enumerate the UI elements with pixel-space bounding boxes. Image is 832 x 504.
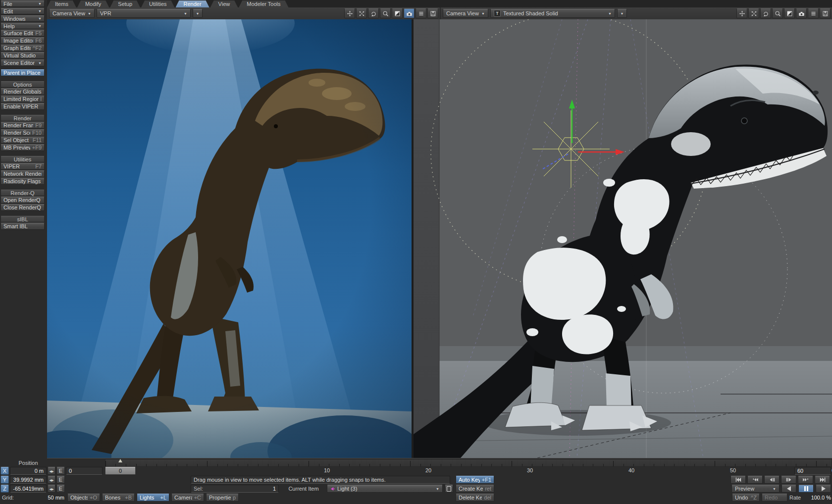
zoom-icon[interactable] (772, 8, 783, 18)
pan-icon[interactable] (736, 8, 747, 18)
dolly-icon[interactable] (356, 8, 367, 18)
item-type-bones-button[interactable]: Bones+B (102, 494, 135, 502)
viewport-left-vpr-render[interactable] (47, 19, 412, 458)
item-type-properties-button[interactable]: Propertiesp (206, 494, 239, 502)
viewport-right-mode-dropdown[interactable]: T Textured Shaded Solid ▼ (490, 9, 615, 18)
tab-modeler-tools[interactable]: Modeler Tools (239, 0, 288, 7)
sidebar-item-open-renderq[interactable]: Open RenderQ (0, 197, 45, 203)
position-y-value[interactable]: 39.9992 mm (10, 476, 47, 484)
sidebar-item-scene-editor[interactable]: Scene Editor▼ (0, 59, 45, 66)
tab-view[interactable]: View (210, 0, 238, 7)
preview-dropdown[interactable]: Preview ▼ (731, 485, 780, 493)
sidebar-item-smart-ibl[interactable]: Smart IBL (0, 223, 45, 230)
axis-z-button[interactable]: Z (0, 485, 9, 493)
undo-button[interactable]: Undo ^Z (732, 494, 760, 502)
sidebar-item-virtual-studio[interactable]: Virtual Studio (0, 52, 45, 59)
save-icon[interactable] (427, 8, 438, 18)
item-type-objects-button[interactable]: Objects+O (67, 494, 100, 502)
dolly-icon[interactable] (748, 8, 759, 18)
save-icon[interactable] (820, 8, 831, 18)
sidebar-item-label: Graph Editor (3, 45, 31, 51)
maximize-icon[interactable] (392, 8, 403, 18)
frame-field[interactable]: 0 (66, 467, 103, 475)
rotate-icon[interactable] (368, 8, 379, 18)
sidebar-item-network-render[interactable]: Network Render (0, 170, 45, 177)
pan-icon[interactable] (344, 8, 355, 18)
tab-modify[interactable]: Modify (77, 0, 109, 7)
stepper-icon[interactable]: ◀▶ (48, 467, 55, 475)
timeline-tick-bar[interactable] (105, 459, 832, 467)
sidebar-item-mb-preview[interactable]: MB Preview+F9 (0, 144, 45, 151)
tab-items[interactable]: Items (47, 0, 76, 7)
rotate-icon[interactable] (760, 8, 771, 18)
sidebar-item-close-renderq[interactable]: Close RenderQ (0, 204, 45, 211)
position-x-value[interactable]: 0 m (10, 467, 47, 475)
timeline-track[interactable]: 0 102030405060 (105, 467, 792, 475)
camera-icon[interactable] (796, 8, 807, 18)
item-type-cameras-button[interactable]: Cameras+C (171, 494, 204, 502)
menu-windows[interactable]: Windows▼ (0, 15, 45, 22)
sidebar-item-limited-region[interactable]: Limited Regionl (0, 96, 45, 102)
zoom-icon[interactable] (380, 8, 391, 18)
viewport-right-view-dropdown[interactable]: Camera View ▼ (443, 9, 488, 18)
play-reverse-button[interactable] (781, 485, 796, 493)
pause-button[interactable] (798, 485, 814, 493)
viewport-left-view-dropdown[interactable]: Camera View ▼ (49, 9, 95, 18)
skip-end-button[interactable] (815, 476, 830, 484)
position-z-value[interactable]: -65.0419mm (10, 485, 47, 493)
list-icon[interactable] (416, 8, 426, 18)
selection-count-field[interactable]: Sel: 1 (191, 485, 279, 493)
sidebar-item-render-frame[interactable]: Render FrameF9 (0, 122, 45, 129)
group-title: Render (13, 115, 31, 121)
play-forward-button[interactable] (816, 485, 831, 493)
menu-file[interactable]: File▼ (0, 0, 45, 7)
viewport-right-extra-dropdown[interactable]: ▼ (617, 9, 627, 18)
sidebar-item-radiosity-flags[interactable]: Radiosity Flags (0, 178, 45, 185)
envelope-x-button[interactable]: E (56, 467, 65, 475)
sidebar-item-enable-viper[interactable]: Enable VIPER (0, 103, 45, 110)
sidebar-item-surface-editor[interactable]: Surface EditorF5 (0, 30, 45, 37)
viewport-left-mode-dropdown[interactable]: VPR ▼ (97, 9, 191, 18)
sidebar-item-render-globals[interactable]: Render Globals (0, 88, 45, 95)
maximize-icon[interactable] (784, 8, 795, 18)
skip-start-button[interactable] (730, 476, 746, 484)
menu-help[interactable]: Help▼ (0, 23, 45, 29)
menu-edit[interactable]: Edit▼ (0, 8, 45, 14)
envelope-z-button[interactable]: E (56, 485, 65, 493)
delete-key-button[interactable]: Delete Keydel (456, 494, 494, 502)
end-frame-field[interactable]: 60 (794, 467, 831, 475)
next-key-button[interactable] (798, 476, 813, 484)
stepper-icon[interactable]: ◀▶ (48, 485, 55, 493)
sidebar-item-graph-editor[interactable]: Graph Editor^F2 (0, 45, 45, 51)
menu-label: Help (3, 23, 15, 29)
tab-render[interactable]: Render (176, 0, 209, 7)
sidebar-item-render-scene[interactable]: Render SceneF10 (0, 129, 45, 136)
timeline-marker-icon[interactable] (118, 459, 122, 462)
tab-setup[interactable]: Setup (110, 0, 140, 7)
redo-button[interactable]: Redo (762, 494, 787, 502)
axis-x-button[interactable]: X (0, 467, 9, 475)
timeline-current-frame-handle[interactable]: 0 (105, 467, 136, 475)
create-key-button[interactable]: Create Keyret (456, 485, 494, 493)
list-icon[interactable] (808, 8, 819, 18)
step-forward-button[interactable] (781, 476, 796, 484)
tab-label: Utilities (149, 1, 166, 7)
sidebar-item-sel-object[interactable]: Sel ObjectF11 (0, 137, 45, 144)
item-type-lights-button[interactable]: Lights+L (137, 494, 169, 502)
envelope-y-button[interactable]: E (56, 476, 65, 484)
step-back-button[interactable] (764, 476, 780, 484)
viewport-right-opengl-view[interactable] (414, 19, 832, 458)
current-item-dropdown[interactable]: Light (3) ▼ (327, 485, 443, 493)
sidebar-item-viper[interactable]: VIPERF7 (0, 163, 45, 170)
tab-utilities[interactable]: Utilities (141, 0, 174, 7)
sidebar-item-parent-in-place[interactable]: Parent in Place (0, 69, 45, 76)
shortcut-label: p (233, 495, 236, 501)
axis-y-button[interactable]: Y (0, 476, 9, 484)
prev-key-button[interactable] (747, 476, 763, 484)
stepper-icon[interactable]: ◀▶ (48, 476, 55, 484)
item-list-panel-button[interactable] (445, 485, 453, 493)
camera-icon[interactable] (404, 8, 415, 18)
viewport-left-extra-dropdown[interactable]: ▼ (193, 9, 203, 18)
auto-key-button[interactable]: Auto Key+F1 (456, 476, 494, 484)
sidebar-item-image-editor[interactable]: Image EditorF6 (0, 37, 45, 44)
